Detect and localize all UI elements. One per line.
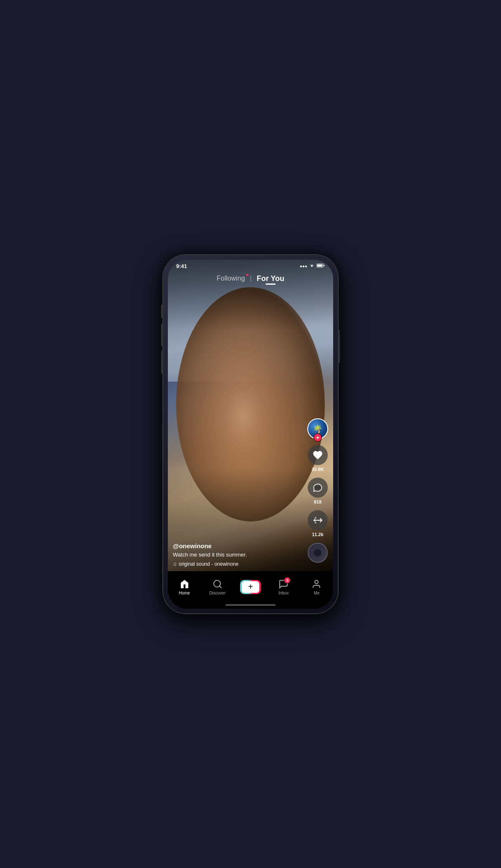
nav-divider: | xyxy=(250,275,252,282)
heart-icon xyxy=(312,450,323,461)
right-action-sidebar: 🌴 + 30.8K xyxy=(307,418,328,563)
home-label: Home xyxy=(179,591,190,595)
nav-me[interactable]: Me xyxy=(305,579,328,595)
comment-button[interactable] xyxy=(308,478,328,498)
following-label: Following xyxy=(217,275,245,282)
home-bar xyxy=(225,604,276,606)
status-time: 9:41 xyxy=(176,263,187,269)
battery-icon xyxy=(316,263,325,268)
nav-home[interactable]: Home xyxy=(173,579,196,595)
comments-count: 918 xyxy=(314,499,321,504)
discover-icon xyxy=(212,579,223,590)
inbox-label: Inbox xyxy=(278,591,288,595)
nav-inbox[interactable]: 3 Inbox xyxy=(272,579,295,595)
comment-action[interactable]: 918 xyxy=(308,478,328,504)
svg-point-6 xyxy=(315,550,320,555)
like-button[interactable] xyxy=(308,445,328,465)
nav-discover[interactable]: Discover xyxy=(206,579,229,595)
svg-rect-2 xyxy=(317,265,323,267)
for-you-tab[interactable]: For You xyxy=(257,274,284,283)
inbox-icon: 3 xyxy=(278,579,289,590)
create-button-inner: + xyxy=(242,581,259,593)
status-icons: ●●● xyxy=(300,263,325,268)
music-disc[interactable] xyxy=(308,543,328,563)
plus-icon: + xyxy=(248,582,253,592)
phone-frame: 9:41 ●●● xyxy=(163,255,338,614)
me-label: Me xyxy=(314,591,319,595)
signal-icon: ●●● xyxy=(300,264,307,268)
for-you-label: For You xyxy=(257,274,284,283)
likes-count: 30.8K xyxy=(311,467,324,472)
status-bar: 9:41 ●●● xyxy=(168,260,333,271)
sound-label: original sound - onewinone xyxy=(179,561,238,567)
bottom-navigation: Home Discover + xyxy=(168,571,333,601)
video-info: @onewinone Watch me send it this summer.… xyxy=(173,542,302,567)
video-caption: Watch me send it this summer. xyxy=(173,552,302,559)
follow-plus-button[interactable]: + xyxy=(314,433,322,442)
avatar-palm-icon: 🌴 xyxy=(313,424,322,433)
top-navigation: Following | For You xyxy=(168,271,333,287)
like-action[interactable]: 30.8K xyxy=(308,445,328,472)
wifi-icon xyxy=(309,263,315,268)
shares-count: 11.2k xyxy=(312,532,324,537)
share-action[interactable]: 11.2k xyxy=(308,510,328,537)
svg-point-10 xyxy=(315,580,318,584)
create-button[interactable]: + xyxy=(240,580,261,594)
following-tab[interactable]: Following xyxy=(217,275,245,282)
svg-point-7 xyxy=(316,552,319,554)
discover-label: Discover xyxy=(209,591,225,595)
screen-content: 9:41 ●●● xyxy=(168,260,333,609)
share-icon xyxy=(313,515,323,525)
following-dot xyxy=(246,274,248,276)
me-icon xyxy=(311,579,322,590)
music-note-icon: ♫ xyxy=(173,561,177,567)
comment-icon xyxy=(312,482,323,493)
username[interactable]: @onewinone xyxy=(173,542,302,549)
creator-avatar[interactable]: 🌴 + xyxy=(307,418,328,439)
home-indicator xyxy=(168,601,333,609)
svg-point-8 xyxy=(317,552,318,553)
music-note-icon xyxy=(314,549,321,556)
video-sound[interactable]: ♫ original sound - onewinone xyxy=(173,561,302,567)
svg-rect-1 xyxy=(324,265,325,266)
home-icon xyxy=(179,579,190,590)
share-button[interactable] xyxy=(308,510,328,530)
inbox-badge: 3 xyxy=(284,577,291,584)
main-video-area[interactable]: 🌴 + 30.8K xyxy=(168,287,333,571)
phone-screen: 9:41 ●●● xyxy=(168,260,333,609)
nav-create[interactable]: + xyxy=(239,580,262,594)
